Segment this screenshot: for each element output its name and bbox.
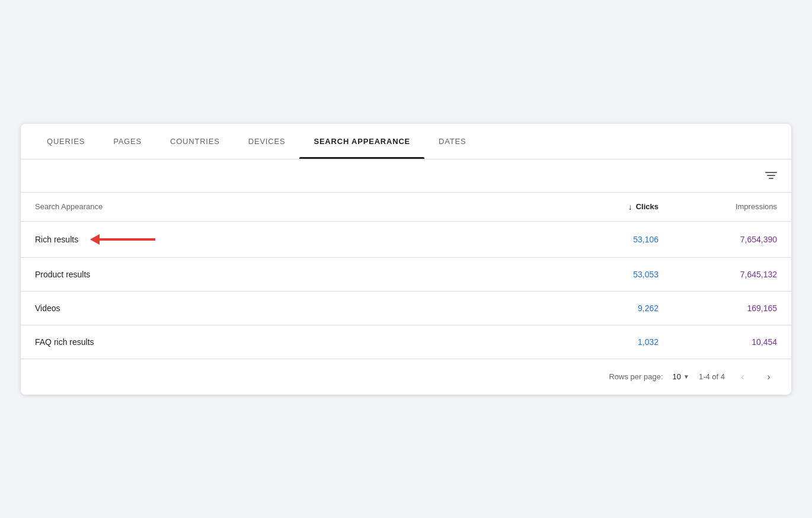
- tab-search-appearance[interactable]: SEARCH APPEARANCE: [299, 124, 424, 159]
- table-row[interactable]: Rich results 53,106 7,654,390: [21, 222, 791, 258]
- sort-arrow-icon: ↓: [628, 202, 632, 212]
- main-card: QUERIES PAGES COUNTRIES DEVICES SEARCH A…: [21, 124, 791, 395]
- row-label-faq-rich-results: FAQ rich results: [35, 337, 540, 347]
- row-label-rich-results: Rich results: [35, 234, 540, 245]
- col-header-search-appearance: Search Appearance: [35, 202, 540, 211]
- table-row[interactable]: Videos 9,262 169,165: [21, 292, 791, 325]
- table-row[interactable]: FAQ rich results 1,032 10,454: [21, 325, 791, 359]
- arrow-annotation: [90, 234, 155, 245]
- row-clicks-rich-results: 53,106: [540, 235, 658, 244]
- tab-devices[interactable]: DEVICES: [234, 124, 300, 159]
- col-clicks-label: Clicks: [636, 202, 658, 211]
- table-header: Search Appearance ↓ Clicks Impressions: [21, 193, 791, 222]
- pagination: Rows per page: 10 ▼ 1-4 of 4 ‹ ›: [21, 359, 791, 395]
- row-impressions-videos: 169,165: [658, 303, 777, 313]
- tab-countries[interactable]: COUNTRIES: [156, 124, 234, 159]
- filter-line-3: [769, 178, 773, 179]
- rows-per-page-label: Rows per page:: [609, 372, 663, 381]
- next-page-button[interactable]: ›: [760, 369, 777, 385]
- filter-line-2: [767, 175, 775, 176]
- data-table: Search Appearance ↓ Clicks Impressions R…: [21, 193, 791, 395]
- filter-icon[interactable]: [763, 170, 779, 181]
- col-header-impressions[interactable]: Impressions: [658, 202, 777, 211]
- rows-per-page-select[interactable]: 10 ▼: [673, 372, 689, 381]
- tab-navigation: QUERIES PAGES COUNTRIES DEVICES SEARCH A…: [21, 124, 791, 159]
- rows-dropdown-arrow-icon: ▼: [683, 373, 689, 380]
- tab-dates[interactable]: DATES: [424, 124, 480, 159]
- tab-queries[interactable]: QUERIES: [33, 124, 99, 159]
- row-impressions-rich-results: 7,654,390: [658, 235, 777, 244]
- col-header-clicks[interactable]: ↓ Clicks: [540, 202, 658, 212]
- row-impressions-product-results: 7,645,132: [658, 270, 777, 279]
- row-clicks-product-results: 53,053: [540, 270, 658, 279]
- table-row[interactable]: Product results 53,053 7,645,132: [21, 258, 791, 292]
- filter-line-1: [765, 172, 777, 173]
- row-impressions-faq-rich-results: 10,454: [658, 337, 777, 347]
- row-label-videos: Videos: [35, 303, 540, 313]
- page-info: 1-4 of 4: [699, 372, 725, 381]
- row-label-product-results: Product results: [35, 270, 540, 279]
- prev-page-button[interactable]: ‹: [734, 369, 751, 385]
- filter-bar: [21, 159, 791, 193]
- row-clicks-faq-rich-results: 1,032: [540, 337, 658, 347]
- red-arrow-icon: [90, 234, 155, 245]
- row-clicks-videos: 9,262: [540, 303, 658, 313]
- tab-pages[interactable]: PAGES: [99, 124, 156, 159]
